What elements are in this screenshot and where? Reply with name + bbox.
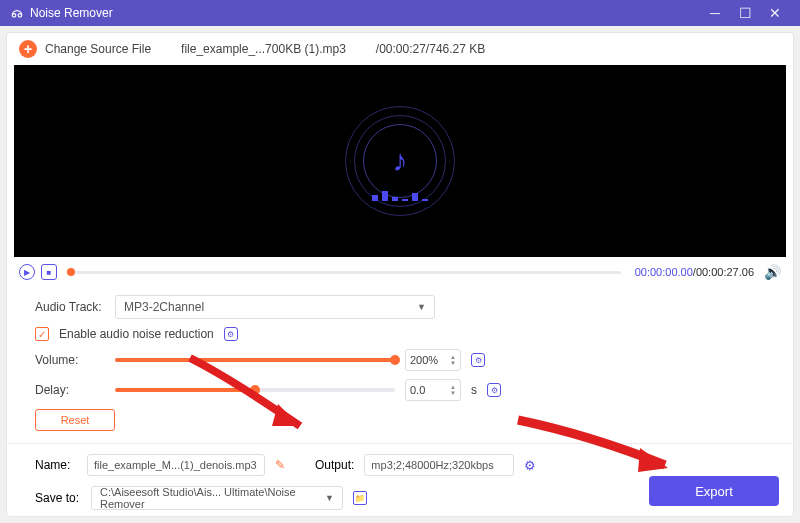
play-button[interactable]: ▶ [19, 264, 35, 280]
save-path-dropdown[interactable]: C:\Aiseesoft Studio\Ais... Ultimate\Nois… [91, 486, 343, 510]
plus-icon[interactable]: + [19, 40, 37, 58]
reset-button[interactable]: Reset [35, 409, 115, 431]
volume-slider[interactable] [115, 358, 395, 362]
delay-slider[interactable] [115, 388, 395, 392]
noise-reduction-label: Enable audio noise reduction [59, 327, 214, 341]
export-button[interactable]: Export [649, 476, 779, 506]
volume-icon[interactable]: 🔊 [764, 264, 781, 280]
noise-reduction-checkbox[interactable]: ✓ [35, 327, 49, 341]
folder-icon[interactable]: 📁 [353, 491, 367, 505]
preview-area: ♪ [14, 65, 786, 257]
volume-settings-icon[interactable]: ⚙ [471, 353, 485, 367]
name-field: file_example_M...(1)_denois.mp3 [87, 454, 265, 476]
delay-label: Delay: [35, 383, 105, 397]
save-label: Save to: [35, 491, 81, 505]
minimize-button[interactable]: ─ [700, 5, 730, 21]
music-visual: ♪ [340, 101, 460, 221]
volume-spinner[interactable]: 200%▲▼ [405, 349, 461, 371]
volume-label: Volume: [35, 353, 105, 367]
stop-button[interactable]: ■ [41, 264, 57, 280]
main-panel: + Change Source File file_example_...700… [6, 32, 794, 517]
output-label: Output: [315, 458, 354, 472]
change-source-label[interactable]: Change Source File [45, 42, 151, 56]
music-note-icon: ♪ [393, 144, 408, 178]
player-controls: ▶ ■ 00:00:00.00/00:00:27.06 🔊 [7, 257, 793, 287]
source-bar: + Change Source File file_example_...700… [7, 33, 793, 65]
close-button[interactable]: ✕ [760, 5, 790, 21]
noise-settings-icon[interactable]: ⚙ [224, 327, 238, 341]
app-title: Noise Remover [30, 6, 700, 20]
bottom-panel: Name: file_example_M...(1)_denois.mp3 ✎ … [7, 443, 793, 516]
source-filename: file_example_...700KB (1).mp3 [181, 42, 346, 56]
maximize-button[interactable]: ☐ [730, 5, 760, 21]
equalizer-icon [372, 191, 428, 201]
app-icon [10, 6, 24, 20]
source-info: /00:00:27/746.27 KB [376, 42, 485, 56]
chevron-down-icon: ▼ [417, 302, 426, 312]
delay-unit: s [471, 383, 477, 397]
delay-settings-icon[interactable]: ⚙ [487, 383, 501, 397]
time-display: 00:00:00.00/00:00:27.06 [635, 266, 754, 278]
name-label: Name: [35, 458, 77, 472]
chevron-down-icon: ▼ [325, 493, 334, 503]
delay-spinner[interactable]: 0.0▲▼ [405, 379, 461, 401]
edit-icon[interactable]: ✎ [275, 458, 285, 472]
seek-bar[interactable] [71, 271, 621, 274]
titlebar: Noise Remover ─ ☐ ✕ [0, 0, 800, 26]
output-settings-icon[interactable]: ⚙ [524, 458, 536, 473]
output-field: mp3;2;48000Hz;320kbps [364, 454, 514, 476]
audio-track-dropdown[interactable]: MP3-2Channel▼ [115, 295, 435, 319]
audio-track-label: Audio Track: [35, 300, 105, 314]
settings-panel: Audio Track: MP3-2Channel▼ ✓ Enable audi… [7, 287, 793, 443]
